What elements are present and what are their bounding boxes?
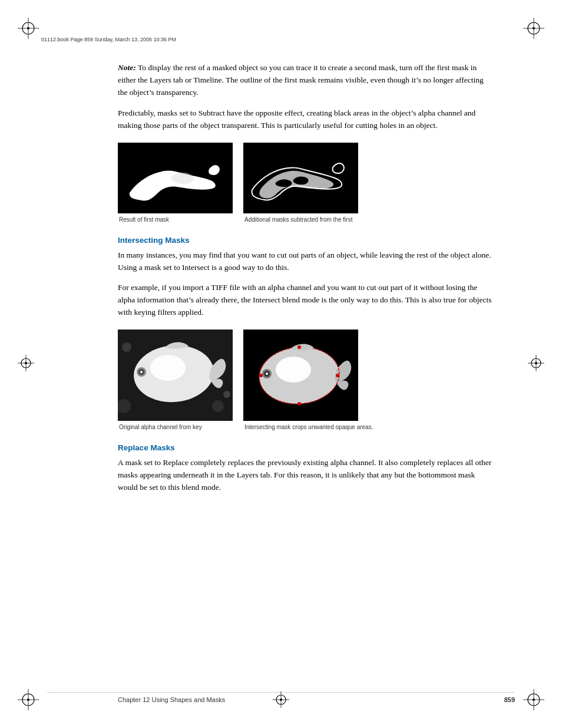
image-row-1: Result of first mask bbox=[118, 143, 495, 223]
note-text: To display the rest of a masked object s… bbox=[118, 63, 484, 97]
section1-para1: In many instances, you may find that you… bbox=[118, 249, 495, 274]
svg-point-33 bbox=[122, 342, 131, 352]
fish-image-1 bbox=[118, 330, 233, 421]
corner-mark-tl bbox=[18, 18, 39, 39]
center-bottom-mark bbox=[273, 691, 289, 710]
svg-point-47 bbox=[259, 374, 263, 377]
svg-point-34 bbox=[212, 400, 224, 412]
section-heading-intersecting: Intersecting Masks bbox=[118, 236, 495, 245]
note-label: Note: bbox=[118, 63, 136, 72]
meta-line: 01112.book Page 859 Sunday, March 13, 20… bbox=[41, 37, 176, 42]
image-box-2: Additional masks subtracted from the fir… bbox=[243, 143, 358, 223]
footer-chapter: Chapter 12 Using Shapes and Masks bbox=[118, 696, 225, 703]
main-content: Note: To display the rest of a masked ob… bbox=[118, 62, 495, 502]
svg-point-45 bbox=[336, 374, 339, 377]
image-row-2: Original alpha channel from key bbox=[118, 330, 495, 430]
fish-image-2 bbox=[243, 330, 358, 421]
image-box-4: Intersecting mask crops unwanted opaque … bbox=[243, 330, 373, 430]
mask-image-1 bbox=[118, 143, 233, 213]
svg-point-32 bbox=[140, 371, 143, 373]
corner-mark-tr bbox=[523, 18, 544, 39]
svg-point-43 bbox=[266, 373, 268, 375]
note-paragraph: Note: To display the rest of a masked ob… bbox=[118, 62, 495, 99]
right-side-mark bbox=[528, 355, 544, 374]
image-box-1: Result of first mask bbox=[118, 143, 233, 223]
svg-point-46 bbox=[297, 402, 301, 406]
left-side-mark bbox=[18, 355, 34, 374]
section-heading-replace: Replace Masks bbox=[118, 443, 495, 452]
section2-para1: A mask set to Replace completely replace… bbox=[118, 457, 495, 494]
svg-point-39 bbox=[276, 357, 311, 383]
mask-image-2 bbox=[243, 143, 358, 213]
image-caption-4: Intersecting mask crops unwanted opaque … bbox=[243, 424, 373, 430]
footer-page: 859 bbox=[504, 696, 515, 703]
section1-para2: For example, if you import a TIFF file w… bbox=[118, 282, 495, 319]
image-caption-3: Original alpha channel from key bbox=[118, 424, 202, 430]
page-container: 01112.book Page 859 Sunday, March 13, 20… bbox=[0, 0, 562, 728]
svg-point-29 bbox=[150, 355, 186, 381]
image-box-3: Original alpha channel from key bbox=[118, 330, 233, 430]
svg-point-35 bbox=[223, 391, 230, 398]
image-caption-1: Result of first mask bbox=[118, 216, 169, 223]
image-caption-2: Additional masks subtracted from the fir… bbox=[243, 216, 352, 223]
svg-point-44 bbox=[297, 345, 301, 349]
body-para-1: Predictably, masks set to Subtract have … bbox=[118, 107, 495, 132]
